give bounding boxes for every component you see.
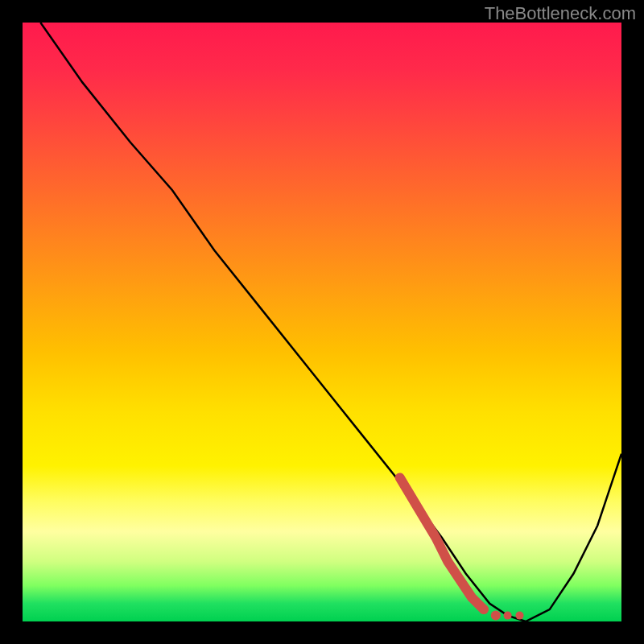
bottleneck-curve-line	[40, 23, 621, 621]
watermark-text: TheBottleneck.com	[485, 3, 636, 24]
svg-point-3	[516, 612, 524, 620]
svg-point-2	[504, 612, 512, 620]
svg-point-0	[479, 605, 489, 614]
chart-plot	[23, 23, 621, 621]
highlighted-region-line	[400, 477, 524, 620]
svg-point-1	[491, 611, 501, 621]
